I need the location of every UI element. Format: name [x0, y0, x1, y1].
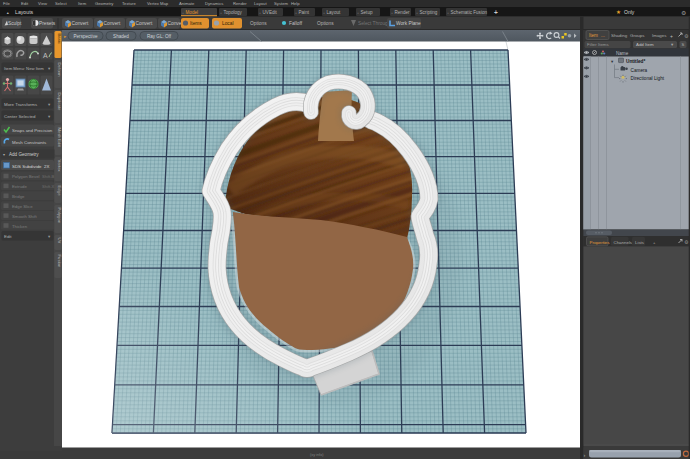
- svg-text:Animate: Animate: [179, 1, 195, 6]
- svg-text:Ray GL: Off: Ray GL: Off: [147, 34, 172, 39]
- svg-text:(xy info): (xy info): [310, 453, 324, 457]
- svg-text:Paint: Paint: [299, 10, 310, 15]
- svg-text:Only: Only: [624, 9, 635, 15]
- svg-text:Edit: Edit: [4, 234, 12, 239]
- svg-text:⚙: ⚙: [684, 239, 689, 245]
- svg-text:Shaded: Shaded: [113, 34, 129, 39]
- svg-text:File: File: [3, 1, 10, 6]
- svg-text:Deform: Deform: [57, 63, 62, 78]
- svg-text:Local: Local: [222, 21, 233, 26]
- svg-text:Options: Options: [317, 21, 334, 26]
- svg-text:Render: Render: [233, 1, 247, 6]
- svg-text:Select Through: Select Through: [358, 21, 391, 26]
- svg-text:Geometry: Geometry: [95, 1, 114, 6]
- svg-text:Sculpt: Sculpt: [8, 21, 22, 26]
- svg-text:Edit: Edit: [21, 1, 29, 6]
- svg-text:View: View: [38, 1, 48, 6]
- svg-text:Convert: Convert: [104, 21, 121, 26]
- svg-text:Convert: Convert: [136, 21, 153, 26]
- svg-text:★: ★: [616, 9, 621, 15]
- svg-text:Topology: Topology: [224, 10, 243, 15]
- svg-text:Camera: Camera: [631, 68, 648, 73]
- svg-text:Polygon Bevel: Polygon Bevel: [12, 174, 40, 179]
- svg-text:Properties: Properties: [590, 240, 611, 245]
- svg-text:Perspective: Perspective: [73, 34, 97, 39]
- svg-text:+: +: [220, 11, 222, 15]
- svg-text:Item: Item: [78, 1, 87, 6]
- svg-text:Falloff: Falloff: [289, 21, 303, 26]
- svg-text:Channels: Channels: [614, 240, 633, 245]
- svg-text:SDS Subdivide: SDS Subdivide: [12, 164, 42, 169]
- svg-text:+: +: [259, 11, 261, 15]
- svg-text:Thicken: Thicken: [12, 224, 28, 229]
- svg-text:Texture: Texture: [122, 1, 136, 6]
- svg-text:Schematic Fusion: Schematic Fusion: [451, 10, 488, 15]
- svg-text:Bridge: Bridge: [12, 194, 25, 199]
- svg-text:A: A: [43, 52, 48, 59]
- svg-text:Shift-B: Shift-B: [42, 174, 55, 179]
- svg-text:More Transforms: More Transforms: [4, 102, 38, 107]
- svg-text:+: +: [447, 11, 449, 15]
- svg-text:Smooth Shift: Smooth Shift: [12, 214, 37, 219]
- svg-text:+: +: [295, 11, 297, 15]
- svg-text:UV: UV: [57, 238, 62, 244]
- svg-text:Options: Options: [250, 21, 267, 26]
- svg-text:Add Geometry: Add Geometry: [9, 152, 39, 157]
- svg-text:S: S: [682, 42, 685, 47]
- svg-text:Model: Model: [186, 10, 199, 15]
- svg-text:Scripting: Scripting: [420, 10, 438, 15]
- svg-text:▲: ▲: [6, 11, 10, 15]
- svg-text:Help: Help: [291, 1, 300, 6]
- svg-text:2X: 2X: [44, 164, 49, 169]
- svg-text:Vertex Map: Vertex Map: [147, 1, 169, 6]
- svg-text:›: ›: [584, 452, 586, 458]
- svg-text:Untitled*: Untitled*: [626, 59, 645, 64]
- svg-text:⚙: ⚙: [681, 10, 686, 16]
- svg-text:Setup: Setup: [361, 10, 373, 15]
- svg-text:Layout: Layout: [327, 10, 342, 15]
- svg-text:+: +: [391, 11, 393, 15]
- svg-text:Lists: Lists: [635, 240, 645, 245]
- svg-text:Filter Items: Filter Items: [587, 42, 610, 47]
- svg-text:Fusion: Fusion: [57, 255, 62, 269]
- svg-text:Center Selected: Center Selected: [4, 114, 36, 119]
- svg-text:Directional Light: Directional Light: [631, 76, 665, 81]
- svg-text:Snaps and Precision: Snaps and Precision: [12, 128, 53, 133]
- svg-text:Item: Item: [589, 33, 598, 38]
- svg-text:Vertex: Vertex: [57, 160, 62, 173]
- svg-text:+: +: [357, 11, 359, 15]
- svg-text:Work Plane: Work Plane: [396, 21, 421, 26]
- svg-text:⚙: ⚙: [684, 33, 689, 39]
- svg-text:...: ...: [601, 33, 605, 38]
- svg-text:Presets: Presets: [39, 21, 56, 26]
- svg-text:Shading: Shading: [611, 33, 628, 38]
- svg-text:Mesh Constraints: Mesh Constraints: [12, 140, 47, 145]
- svg-text:▾: ▾: [3, 152, 5, 157]
- svg-text:Select: Select: [55, 1, 67, 6]
- svg-text:Basic: Basic: [57, 34, 62, 45]
- svg-text:+: +: [182, 11, 184, 15]
- svg-text:Items: Items: [190, 21, 202, 26]
- svg-text:Edge: Edge: [57, 186, 62, 197]
- svg-text:+: +: [416, 11, 418, 15]
- svg-text:Polygon: Polygon: [57, 208, 62, 224]
- svg-text:Duplicate: Duplicate: [57, 93, 62, 112]
- svg-text:+: +: [323, 11, 325, 15]
- svg-text:Layouts: Layouts: [15, 9, 34, 15]
- svg-text:Images: Images: [652, 33, 667, 38]
- svg-text:Extrude: Extrude: [12, 184, 27, 189]
- svg-text:Render: Render: [395, 10, 411, 15]
- svg-text:Groups: Groups: [630, 33, 645, 38]
- svg-text:Convert: Convert: [72, 21, 89, 26]
- svg-text:Name: Name: [616, 51, 629, 56]
- svg-text:Add Item: Add Item: [636, 42, 654, 47]
- svg-text:Edge Slice: Edge Slice: [12, 204, 33, 209]
- svg-text:+: +: [494, 9, 498, 16]
- svg-text:Shift-X: Shift-X: [42, 184, 55, 189]
- svg-text:Item Menu: New Item: Item Menu: New Item: [4, 66, 44, 71]
- svg-text:System: System: [274, 1, 288, 6]
- svg-text:Layout: Layout: [254, 1, 267, 6]
- svg-text:+: +: [670, 33, 673, 39]
- svg-text:Mesh Edit: Mesh Edit: [57, 128, 62, 148]
- svg-text:UVEdit: UVEdit: [263, 10, 278, 15]
